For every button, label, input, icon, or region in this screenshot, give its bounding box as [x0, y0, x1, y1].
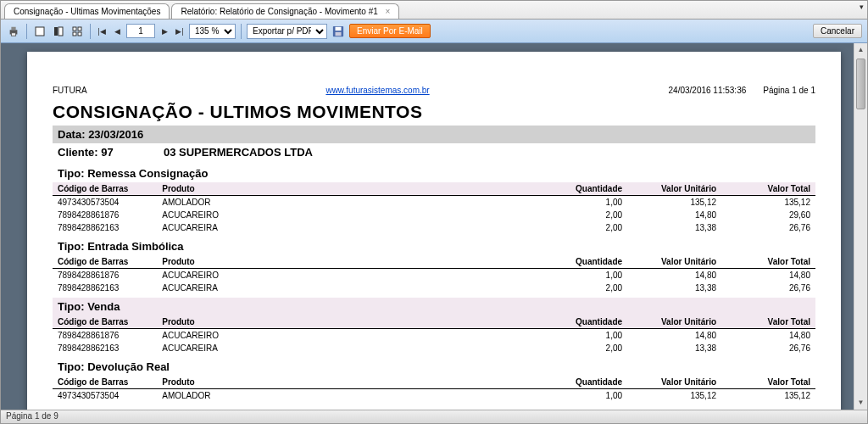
export-select[interactable]: Exportar p/ PDF — [247, 24, 327, 39]
tipo-header: Tipo: Remessa Consignação — [53, 165, 815, 182]
view-grid-icon[interactable] — [70, 24, 85, 39]
col-unitario: Valor Unitário — [627, 315, 721, 329]
tipo-label: Tipo: — [58, 300, 85, 313]
client-name: 03 SUPERMERCADOS LTDA — [164, 146, 313, 159]
cell-qty: 2,00 — [554, 209, 627, 221]
toolbar: |◀ ◀ ▶ ▶| 135 % Exportar p/ PDF Enviar P… — [1, 20, 867, 43]
cell-unit: 135,12 — [627, 196, 721, 209]
scroll-up-icon[interactable]: ▲ — [854, 43, 867, 57]
col-produto: Produto — [157, 376, 554, 389]
col-unitario: Valor Unitário — [627, 182, 721, 196]
vertical-scrollbar[interactable]: ▲ ▼ — [854, 43, 867, 410]
cell-qty: 1,00 — [554, 196, 627, 209]
svg-rect-11 — [336, 26, 342, 30]
col-quantidade: Quantidade — [554, 315, 627, 329]
prev-page-button[interactable]: ◀ — [111, 25, 123, 38]
save-icon[interactable] — [331, 24, 346, 39]
report-viewport[interactable]: FUTURA www.futurasistemas.com.br 24/03/2… — [1, 43, 867, 410]
cell-total: 135,12 — [721, 196, 815, 209]
status-text: Página 1 de 9 — [6, 411, 58, 421]
tab-consignacao[interactable]: Consignação - Ultimas Movimentações — [4, 3, 170, 19]
cell-qty: 1,00 — [554, 389, 627, 403]
report-title: CONSIGNAÇÃO - ULTIMOS MOVIMENTOS — [53, 102, 815, 122]
cell-qty: 2,00 — [554, 282, 627, 294]
report-page-counter: Página 1 de 1 — [763, 86, 815, 95]
cell-barras: 7898428861876 — [53, 329, 157, 343]
date-bar: Data: 23/03/2016 — [53, 126, 815, 143]
cell-unit: 13,38 — [627, 342, 721, 354]
cell-barras: 7898428861876 — [53, 269, 157, 282]
col-produto: Produto — [157, 255, 554, 269]
cell-total: 29,60 — [721, 209, 815, 221]
cell-qty: 1,00 — [554, 329, 627, 343]
cell-qty: 1,00 — [554, 269, 627, 282]
svg-rect-2 — [11, 32, 15, 36]
table-row: 4973430573504AMOLADOR1,00135,12135,12 — [53, 196, 815, 209]
cell-barras: 7898428862163 — [53, 342, 157, 354]
company-name: FUTURA — [53, 86, 87, 95]
col-barras: Código de Barras — [53, 376, 157, 389]
scroll-down-icon[interactable]: ▼ — [854, 396, 867, 410]
tab-relatorio[interactable]: Relatório: Relatório de Consignação - Mo… — [171, 3, 399, 19]
print-icon[interactable] — [6, 24, 21, 39]
send-email-button[interactable]: Enviar Por E-Mail — [349, 24, 431, 38]
cell-unit: 14,80 — [627, 329, 721, 343]
cell-barras: 7898428862163 — [53, 282, 157, 294]
col-quantidade: Quantidade — [554, 255, 627, 269]
report-header: FUTURA www.futurasistemas.com.br 24/03/2… — [53, 86, 815, 95]
cell-total: 135,12 — [721, 389, 815, 403]
date-label: Data: — [58, 128, 86, 141]
client-code: 97 — [101, 146, 160, 159]
cell-produto: AMOLADOR — [157, 196, 554, 209]
cell-barras: 7898428862163 — [53, 221, 157, 234]
cell-qty: 2,00 — [554, 342, 627, 354]
tipo-value: Remessa Consignação — [87, 167, 208, 180]
cancel-button[interactable]: Cancelar — [813, 24, 862, 38]
col-total: Valor Total — [721, 182, 815, 196]
cell-barras: 4973430573504 — [53, 196, 157, 209]
cell-produto: ACUCAREIRO — [157, 269, 554, 282]
client-row: Cliente: 97 03 SUPERMERCADOS LTDA — [53, 143, 815, 161]
cell-produto: ACUCAREIRA — [157, 221, 554, 234]
tipo-value: Venda — [87, 300, 120, 313]
tab-dropdown-icon[interactable]: ▾ — [860, 3, 864, 11]
page-number-input[interactable] — [126, 24, 155, 38]
items-table: Código de BarrasProdutoQuantidadeValor U… — [53, 376, 815, 402]
tipo-header: Tipo: Venda — [53, 298, 815, 315]
tab-bar: Consignação - Ultimas Movimentações Rela… — [1, 1, 867, 20]
cell-barras: 4973430573504 — [53, 389, 157, 403]
col-total: Valor Total — [721, 315, 815, 329]
last-page-button[interactable]: ▶| — [174, 25, 186, 38]
tipo-label: Tipo: — [58, 167, 85, 180]
svg-rect-6 — [73, 27, 76, 31]
separator — [26, 24, 27, 39]
cell-unit: 135,12 — [627, 389, 721, 403]
view-single-icon[interactable] — [32, 24, 47, 39]
close-icon[interactable]: × — [386, 7, 391, 16]
col-barras: Código de Barras — [53, 182, 157, 196]
cell-produto: ACUCAREIRA — [157, 342, 554, 354]
table-row: 7898428862163ACUCAREIRA2,0013,3826,76 — [53, 282, 815, 294]
tipo-label: Tipo: — [58, 360, 85, 373]
col-unitario: Valor Unitário — [627, 255, 721, 269]
first-page-button[interactable]: |◀ — [96, 25, 108, 38]
report-page: FUTURA www.futurasistemas.com.br 24/03/2… — [27, 52, 841, 410]
website-link[interactable]: www.futurasistemas.com.br — [326, 86, 429, 95]
report-timestamp: 24/03/2016 11:53:36 — [669, 86, 747, 95]
svg-rect-5 — [58, 27, 63, 36]
table-row: 4973430573504AMOLADOR1,00135,12135,12 — [53, 389, 815, 403]
col-barras: Código de Barras — [53, 315, 157, 329]
table-row: 7898428862163ACUCAREIRA2,0013,3826,76 — [53, 221, 815, 234]
cell-produto: ACUCAREIRO — [157, 329, 554, 343]
cell-total: 14,80 — [721, 269, 815, 282]
tipo-value: Devolução Real — [87, 360, 170, 373]
status-bar: Página 1 de 9 — [1, 410, 867, 423]
view-continuous-icon[interactable] — [51, 24, 66, 39]
svg-rect-3 — [36, 27, 44, 36]
cell-produto: ACUCAREIRO — [157, 209, 554, 221]
zoom-select[interactable]: 135 % — [189, 24, 236, 39]
separator — [241, 24, 242, 39]
col-produto: Produto — [157, 182, 554, 196]
next-page-button[interactable]: ▶ — [159, 25, 170, 38]
scrollbar-thumb[interactable] — [856, 59, 865, 109]
